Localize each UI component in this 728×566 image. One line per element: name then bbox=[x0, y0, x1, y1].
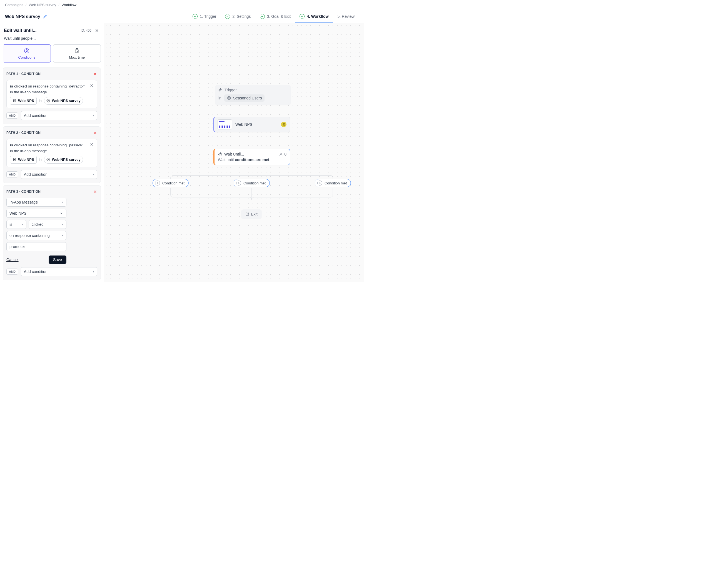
input-value[interactable]: promoter bbox=[6, 242, 66, 251]
people-circle-icon bbox=[24, 48, 29, 54]
svg-point-15 bbox=[320, 182, 320, 183]
edit-panel: Edit wait until... ID: 406 Wait until pe… bbox=[0, 23, 104, 282]
connector bbox=[252, 104, 252, 117]
node-content-web-nps[interactable]: Web NPS bbox=[213, 117, 290, 132]
people-circle-icon bbox=[46, 158, 50, 162]
save-button[interactable]: Save bbox=[49, 256, 66, 264]
branch-pill-2[interactable]: Condition met bbox=[234, 179, 270, 187]
people-circle-icon bbox=[46, 99, 50, 103]
node-exit[interactable]: Exit bbox=[241, 210, 262, 219]
condition-card[interactable]: is clicked on response containing "detra… bbox=[6, 80, 97, 108]
wizard-step[interactable]: 3. Goal & Exit bbox=[255, 10, 295, 23]
breadcrumb-sep: / bbox=[26, 3, 27, 7]
wait-title: Wait Until... bbox=[224, 152, 244, 156]
check-icon bbox=[225, 14, 230, 19]
campaign-chip[interactable]: Web NPS survey bbox=[44, 97, 83, 105]
doc-icon bbox=[13, 99, 16, 103]
cancel-button[interactable]: Cancel bbox=[6, 258, 19, 262]
people-circle-icon bbox=[317, 181, 322, 186]
panel-subheading: Wait until people... bbox=[0, 35, 104, 44]
select-operator-is[interactable]: is▾ bbox=[6, 220, 26, 229]
path-2-title: PATH 2 - CONDITION bbox=[6, 131, 41, 135]
and-pill: AND bbox=[6, 113, 18, 119]
content-name: Web NPS bbox=[235, 122, 278, 127]
svg-point-8 bbox=[48, 159, 49, 160]
select-message[interactable]: Web NPS bbox=[6, 209, 66, 218]
breadcrumb-workflow: Workflow bbox=[62, 3, 76, 7]
wait-sub-bold: conditions are met bbox=[235, 158, 269, 162]
and-pill: AND bbox=[6, 171, 18, 178]
breadcrumb: Campaigns / Web NPS survey / Workflow bbox=[0, 0, 364, 10]
chevron-down-icon bbox=[59, 211, 63, 215]
people-circle-icon bbox=[236, 181, 241, 186]
person-icon bbox=[279, 152, 283, 156]
wizard-step[interactable]: 4. Workflow bbox=[295, 10, 333, 23]
add-condition-path-1[interactable]: Add condition▾ bbox=[21, 111, 97, 120]
remove-path-2-icon[interactable] bbox=[93, 131, 97, 135]
status-badge-icon bbox=[281, 122, 286, 127]
path-3-title: PATH 3 - CONDITION bbox=[6, 190, 41, 194]
breadcrumb-sep: / bbox=[58, 3, 59, 7]
wait-tabs: Conditions Max. time bbox=[0, 44, 104, 65]
svg-point-14 bbox=[238, 182, 239, 183]
check-icon bbox=[193, 14, 198, 19]
exit-label: Exit bbox=[251, 212, 257, 216]
campaign-chip[interactable]: Web NPS survey bbox=[44, 156, 83, 164]
workflow-canvas[interactable]: Trigger in Seasoned Users Web NPS bbox=[104, 23, 364, 282]
connector bbox=[252, 166, 252, 176]
tab-maxtime[interactable]: Max. time bbox=[53, 44, 101, 63]
people-circle-icon bbox=[155, 181, 160, 186]
path-1-title: PATH 1 - CONDITION bbox=[6, 72, 41, 76]
close-panel-icon[interactable] bbox=[94, 28, 100, 33]
node-trigger[interactable]: Trigger in Seasoned Users bbox=[215, 85, 291, 105]
message-thumbnail bbox=[218, 119, 232, 129]
tab-conditions-label: Conditions bbox=[18, 55, 35, 59]
connector bbox=[252, 200, 252, 210]
add-condition-path-2[interactable]: Add condition▾ bbox=[21, 170, 97, 179]
add-condition-path-3[interactable]: Add condition▾ bbox=[21, 267, 97, 276]
connector bbox=[252, 132, 252, 149]
condition-card[interactable]: is clicked on response containing "passi… bbox=[6, 139, 97, 167]
path-3-form: In-App Message▾ Web NPS is▾ clicked▾ bbox=[6, 198, 66, 265]
remove-condition-icon[interactable] bbox=[89, 142, 94, 147]
branch-pill-1[interactable]: Condition met bbox=[153, 179, 189, 187]
tab-conditions[interactable]: Conditions bbox=[3, 44, 51, 63]
breadcrumb-campaigns[interactable]: Campaigns bbox=[5, 3, 23, 7]
tab-maxtime-label: Max. time bbox=[69, 55, 85, 59]
page-title-wrap: Web NPS survey bbox=[5, 14, 48, 19]
path-1-section: PATH 1 - CONDITION is clicked on respons… bbox=[3, 68, 101, 124]
panel-id-link[interactable]: ID: 406 bbox=[81, 29, 91, 33]
path-3-section: PATH 3 - CONDITION In-App Message▾ Web N… bbox=[3, 185, 101, 280]
check-icon bbox=[260, 14, 265, 19]
segment-chip[interactable]: Seasoned Users bbox=[224, 94, 265, 102]
select-qualifier[interactable]: on response containing▾ bbox=[6, 231, 66, 240]
breadcrumb-survey[interactable]: Web NPS survey bbox=[29, 3, 56, 7]
doc-icon bbox=[13, 158, 16, 162]
panel-header: Edit wait until... ID: 406 bbox=[0, 23, 104, 35]
panel-title: Edit wait until... bbox=[4, 28, 36, 33]
trigger-in: in bbox=[218, 96, 221, 100]
select-operator-clicked[interactable]: clicked▾ bbox=[29, 220, 66, 229]
remove-condition-icon[interactable] bbox=[89, 83, 94, 88]
svg-point-10 bbox=[228, 97, 230, 98]
remove-path-3-icon[interactable] bbox=[93, 190, 97, 194]
page-header: Web NPS survey 1. Trigger 2. Settings 3.… bbox=[0, 10, 364, 23]
clock-icon bbox=[74, 48, 80, 54]
svg-point-1 bbox=[26, 49, 28, 51]
external-link-icon bbox=[245, 212, 249, 216]
wizard-step[interactable]: 5. Review bbox=[333, 10, 359, 23]
svg-point-13 bbox=[157, 182, 158, 183]
wait-sub-pre: Wait until bbox=[218, 158, 235, 162]
node-wait-until[interactable]: Wait Until... 0 Wait until conditions ar… bbox=[213, 149, 290, 165]
remove-path-1-icon[interactable] bbox=[93, 72, 97, 76]
edit-title-icon[interactable] bbox=[43, 14, 48, 19]
wizard-steps: 1. Trigger 2. Settings 3. Goal & Exit 4.… bbox=[188, 10, 359, 23]
message-chip[interactable]: Web NPS bbox=[10, 97, 37, 105]
wizard-step[interactable]: 1. Trigger bbox=[188, 10, 221, 23]
message-chip[interactable]: Web NPS bbox=[10, 156, 37, 164]
svg-point-12 bbox=[280, 153, 282, 154]
trigger-label: Trigger bbox=[225, 88, 237, 92]
wizard-step[interactable]: 2. Settings bbox=[221, 10, 255, 23]
select-condition-type[interactable]: In-App Message▾ bbox=[6, 198, 66, 207]
branch-pill-3[interactable]: Condition met bbox=[315, 179, 351, 187]
